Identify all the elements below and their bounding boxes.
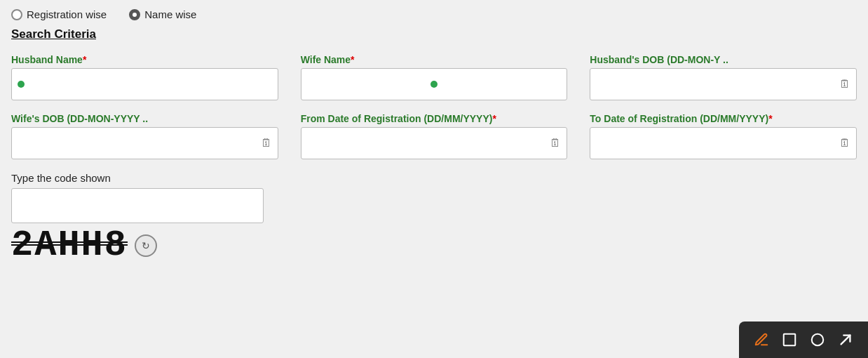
- to-date-reg-input[interactable]: [596, 138, 850, 149]
- wife-name-input-wrapper[interactable]: [301, 68, 568, 100]
- from-date-reg-label: From Date of Registration (DD/MM/YYYY)*: [301, 113, 568, 124]
- to-date-reg-label: To Date of Registration (DD/MM/YYYY)*: [590, 113, 857, 124]
- wife-name-input[interactable]: [307, 79, 430, 90]
- type-code-input[interactable]: [12, 189, 263, 223]
- radio-circle-name[interactable]: [129, 9, 140, 20]
- to-date-reg-calendar-icon[interactable]: 🗓: [839, 137, 850, 150]
- svg-line-2: [841, 336, 850, 345]
- wife-name-label: Wife Name*: [301, 54, 568, 65]
- form-row-1: Husband Name* Wife Name* Husband's DOB (…: [11, 54, 857, 159]
- radio-circle-registration[interactable]: [11, 9, 22, 20]
- husband-name-label: Husband Name*: [11, 54, 278, 65]
- husband-dob-input-wrapper[interactable]: 🗓: [590, 68, 857, 100]
- captcha-text: 2AHH8: [11, 227, 128, 264]
- arrow-icon[interactable]: [836, 330, 855, 350]
- captcha-refresh-button[interactable]: ↻: [135, 234, 157, 257]
- pencil-icon[interactable]: [752, 330, 771, 350]
- circle-icon[interactable]: [808, 330, 827, 350]
- wife-dob-input-wrapper[interactable]: 🗓: [11, 127, 278, 159]
- husband-name-dot: [18, 81, 25, 88]
- husband-name-input[interactable]: [25, 79, 272, 90]
- wife-dob-input[interactable]: [18, 138, 272, 149]
- from-date-reg-field: From Date of Registration (DD/MM/YYYY)* …: [301, 113, 568, 159]
- husband-name-input-wrapper[interactable]: [11, 68, 278, 100]
- husband-name-required: *: [83, 54, 86, 65]
- from-date-reg-input-wrapper[interactable]: 🗓: [301, 127, 568, 159]
- radio-label-registration: Registration wise: [27, 8, 107, 20]
- wife-name-required: *: [351, 54, 354, 65]
- radio-row: Registration wise Name wise: [11, 8, 857, 20]
- wife-dob-field: Wife's DOB (DD-MON-YYYY .. 🗓: [11, 113, 278, 159]
- wife-dob-label: Wife's DOB (DD-MON-YYYY ..: [11, 113, 278, 124]
- captcha-row: 2AHH8 ↻: [11, 227, 857, 264]
- to-date-reg-field: To Date of Registration (DD/MM/YYYY)* 🗓: [590, 113, 857, 159]
- radio-name-wise[interactable]: Name wise: [129, 8, 196, 20]
- wife-name-field: Wife Name*: [301, 54, 568, 100]
- wife-name-input-right[interactable]: [438, 79, 561, 90]
- svg-rect-0: [784, 334, 796, 346]
- wife-name-dot: [430, 81, 438, 88]
- square-icon[interactable]: [780, 330, 799, 350]
- radio-registration-wise[interactable]: Registration wise: [11, 8, 107, 20]
- husband-dob-input[interactable]: [596, 79, 850, 90]
- husband-dob-label: Husband's DOB (DD-MON-Y ..: [590, 54, 857, 65]
- husband-dob-field: Husband's DOB (DD-MON-Y .. 🗓: [590, 54, 857, 100]
- type-code-section: Type the code shown: [11, 172, 857, 223]
- toolbar-bottom: [739, 321, 868, 358]
- from-date-reg-input[interactable]: [307, 138, 562, 149]
- type-code-input-wrapper[interactable]: [11, 188, 264, 223]
- search-criteria-heading: Search Criteria: [11, 27, 857, 41]
- husband-dob-calendar-icon[interactable]: 🗓: [839, 78, 850, 91]
- husband-name-field: Husband Name*: [11, 54, 278, 100]
- page-wrapper: Registration wise Name wise Search Crite…: [0, 0, 868, 358]
- to-date-reg-input-wrapper[interactable]: 🗓: [590, 127, 857, 159]
- from-date-reg-calendar-icon[interactable]: 🗓: [550, 137, 561, 150]
- type-code-label: Type the code shown: [11, 172, 857, 184]
- from-date-required: *: [492, 113, 496, 124]
- wife-dob-calendar-icon[interactable]: 🗓: [261, 137, 272, 150]
- to-date-required: *: [768, 113, 772, 124]
- svg-point-1: [812, 334, 824, 346]
- radio-label-name: Name wise: [144, 8, 196, 20]
